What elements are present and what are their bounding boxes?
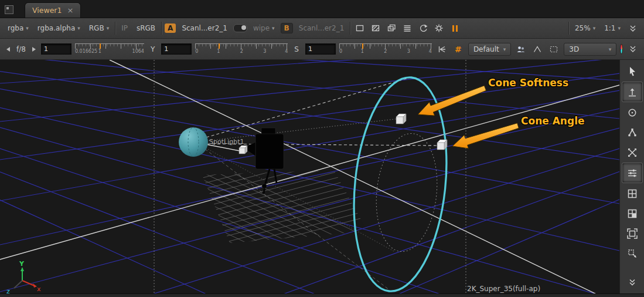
separator <box>568 22 569 35</box>
viewer-window: Viewer1 × rgba ▾ rgba.alpha ▾ RGB ▾ IP s… <box>0 0 644 297</box>
cone-angle-arrow <box>452 123 519 148</box>
gain-input[interactable] <box>41 43 71 55</box>
light-beam-icon[interactable] <box>435 43 448 56</box>
ruler-labels: 0 1 2 3 4 <box>195 49 288 55</box>
tab-viewer1[interactable]: Viewer1 × <box>25 2 81 18</box>
chevron-down-icon: ▾ <box>26 26 29 31</box>
marquee-icon[interactable] <box>547 43 560 56</box>
zoom-dropdown[interactable]: 25% ▾ <box>572 23 598 33</box>
collapse-chevrons-icon[interactable] <box>626 43 639 56</box>
input-b-source[interactable]: Scanl...er2_1 <box>296 23 347 33</box>
slider-marker[interactable] <box>362 43 363 49</box>
spotlight-label: SpotLight1 <box>209 138 244 146</box>
crop-frame-icon[interactable] <box>622 224 642 243</box>
axis-y-label: Y <box>19 260 25 268</box>
viewer-side-toolbar <box>619 60 644 293</box>
frame-icon[interactable] <box>353 22 366 35</box>
cone-lines <box>205 77 439 289</box>
input-b-button[interactable]: B <box>281 23 293 33</box>
grid-hash-icon[interactable]: # <box>452 43 465 56</box>
view-mode-dropdown[interactable]: 3D ▾ <box>564 43 616 56</box>
ruler-labels: 0 1 2 3 4 <box>339 49 432 55</box>
collapse-chevrons-icon[interactable] <box>622 272 642 292</box>
input-a-source[interactable]: Scanl...er2_1 <box>179 23 230 33</box>
gamma-slider[interactable]: 0 1 2 3 4 <box>195 43 288 55</box>
separator <box>161 22 162 35</box>
grid-3d <box>0 60 619 293</box>
saturation-slider[interactable]: 0 1 2 3 4 <box>339 43 432 55</box>
gear-icon[interactable] <box>432 22 445 35</box>
next-arrow-icon[interactable] <box>30 43 38 56</box>
spotlight-sphere[interactable] <box>179 127 208 157</box>
chevron-down-icon: ▾ <box>593 26 596 31</box>
multi-slider-icon[interactable] <box>622 163 643 183</box>
hierarchy-icon[interactable] <box>622 123 642 142</box>
prev-arrow-icon[interactable] <box>5 43 12 56</box>
pivot-handle-cube[interactable] <box>239 146 247 154</box>
wipe-dropdown[interactable]: wipe ▾ <box>250 23 278 33</box>
chevron-down-icon: ▾ <box>503 47 506 52</box>
ruler-ticks <box>75 43 144 49</box>
chevron-down-icon: ▾ <box>272 26 275 31</box>
format-label: 2K_Super_35(full-ap) <box>467 285 540 293</box>
cone-softness-text: Cone Softness <box>488 77 568 89</box>
viewport-3d[interactable]: SpotLight1 Cone Sof <box>0 60 619 293</box>
lut-dropdown[interactable]: Default ▾ <box>468 43 511 56</box>
cone-softness-arrow <box>418 86 486 116</box>
wipe-handle-icon[interactable] <box>233 24 247 32</box>
separator <box>350 22 350 35</box>
axis-x-label: x <box>37 285 41 293</box>
ruler-ticks <box>339 43 432 49</box>
quad-view-icon[interactable] <box>622 204 642 223</box>
stripes-icon[interactable] <box>369 22 382 35</box>
pause-button[interactable] <box>448 22 461 35</box>
close-icon[interactable]: × <box>67 8 73 14</box>
angle-handle-cube[interactable] <box>437 140 447 150</box>
tab-bar: Viewer1 × <box>0 0 644 18</box>
curve-icon[interactable] <box>531 43 544 56</box>
softness-handle-cube[interactable] <box>396 114 406 124</box>
slider-marker[interactable] <box>100 43 101 49</box>
pixel-ratio-dropdown[interactable]: 1:1 ▾ <box>601 23 623 33</box>
refresh-icon[interactable] <box>417 22 430 35</box>
separator <box>115 22 115 35</box>
alpha-channel-dropdown[interactable]: rgba.alpha ▾ <box>35 23 83 33</box>
cone-softness-circle[interactable] <box>371 130 443 255</box>
annotation-labels: Cone Softness Cone Angle <box>488 77 585 127</box>
channels-dropdown[interactable]: rgba ▾ <box>5 23 32 33</box>
cone-angle-text: Cone Angle <box>521 115 585 127</box>
slider-marker[interactable] <box>219 43 220 49</box>
pane-menu-icon[interactable] <box>5 5 13 14</box>
gamma-input[interactable] <box>161 43 192 55</box>
ruler-ticks <box>195 43 288 49</box>
lines-icon[interactable] <box>401 22 414 35</box>
collapse-chevrons-icon[interactable] <box>626 22 639 35</box>
fstop-label[interactable]: f/8 <box>15 44 27 55</box>
layers-icon[interactable] <box>385 22 398 35</box>
chevron-down-icon: ▾ <box>77 26 80 31</box>
translate-tool-icon[interactable] <box>622 82 643 102</box>
input-a-button[interactable]: A <box>165 23 176 33</box>
chevron-down-icon: ▾ <box>107 26 110 31</box>
ruler-labels: 0.016625 1 1064 <box>75 49 144 55</box>
tab-label: Viewer1 <box>32 6 62 15</box>
rotate-tool-icon[interactable] <box>622 103 642 122</box>
region-select-icon[interactable] <box>622 244 642 263</box>
srgb-button[interactable]: sRGB <box>134 23 158 33</box>
axis-z-label: z <box>6 288 10 293</box>
viewer-toolbar: rgba ▾ rgba.alpha ▾ RGB ▾ IP sRGB A Scan… <box>0 18 644 39</box>
chevron-down-icon: ▾ <box>618 26 621 31</box>
color-wheel-icon[interactable] <box>620 44 623 54</box>
exposure-toolbar: f/8 0.016625 1 1064 Y 0 1 2 3 4 S <box>0 39 644 60</box>
people-icon[interactable] <box>514 43 527 56</box>
display-mode-dropdown[interactable]: RGB ▾ <box>86 23 112 33</box>
saturation-label: S <box>291 44 302 55</box>
gain-slider[interactable]: 0.016625 1 1064 <box>75 43 144 55</box>
gamma-label: Y <box>148 44 158 55</box>
chevron-down-icon: ▾ <box>609 47 612 52</box>
saturation-input[interactable] <box>305 43 336 55</box>
cursor-icon[interactable] <box>622 62 642 81</box>
expand-arrows-icon[interactable] <box>622 143 642 162</box>
ip-button[interactable]: IP <box>118 23 131 33</box>
grid-frame-icon[interactable] <box>622 184 642 203</box>
